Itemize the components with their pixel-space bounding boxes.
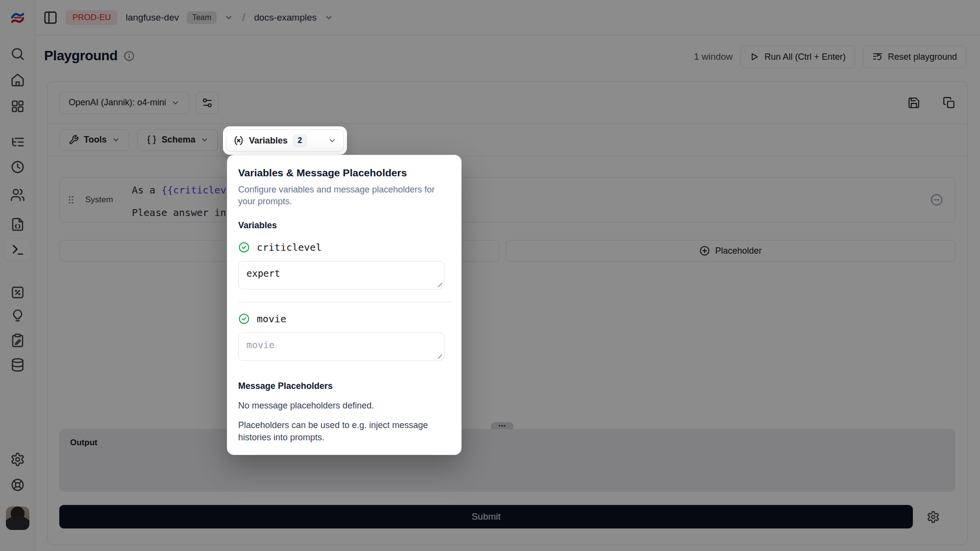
variable-icon [233, 135, 244, 146]
variable-row: criticlevel [238, 241, 450, 253]
chevron-down-icon [328, 136, 337, 145]
placeholders-section-heading: Message Placeholders [238, 381, 450, 391]
variables-dropdown[interactable]: Variables 2 [226, 129, 344, 152]
variables-count-badge: 2 [293, 134, 307, 147]
variables-popover: Variables & Message Placeholders Configu… [227, 155, 462, 455]
app-root: PROD-EU langfuse-dev Team / docs-example… [0, 0, 980, 551]
check-circle-icon [238, 313, 250, 325]
variables-section-heading: Variables [238, 220, 450, 231]
variable-value-input[interactable] [238, 333, 444, 361]
divider [238, 302, 451, 302]
placeholders-hint-text: Placeholders can be used to e.g. inject … [238, 419, 444, 444]
variable-value-input[interactable]: expert [238, 261, 444, 289]
variable-row: movie [238, 313, 450, 325]
variable-name: criticlevel [257, 241, 321, 253]
check-circle-icon [238, 241, 250, 253]
popover-title: Variables & Message Placeholders [238, 167, 450, 179]
modal-overlay[interactable] [0, 0, 980, 551]
popover-description: Configure variables and message placehol… [238, 184, 444, 208]
variables-trigger-card: Variables 2 [223, 126, 347, 155]
placeholders-empty-text: No message placeholders defined. [238, 401, 450, 411]
variable-name: movie [257, 313, 286, 325]
